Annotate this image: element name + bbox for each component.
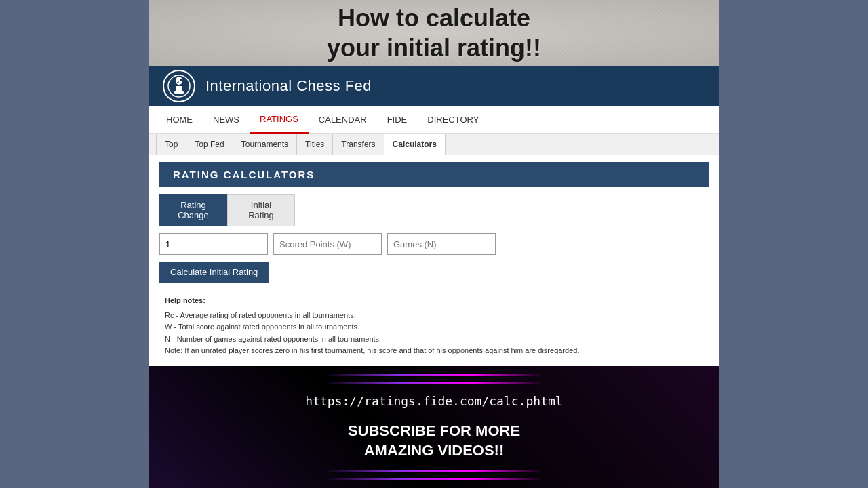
fide-logo: [163, 70, 195, 102]
deco-line-4: [251, 478, 617, 480]
help-title: Help notes:: [165, 295, 703, 307]
center-panel: How to calculate your initial rating!! I…: [149, 0, 719, 488]
svg-point-4: [180, 79, 182, 81]
scored-points-input[interactable]: [273, 233, 382, 255]
tab-rating-change-line1: Rating: [180, 200, 206, 210]
sub-nav-titles[interactable]: Titles: [297, 134, 333, 155]
url-display: https://ratings.fide.com/calc.phtml: [305, 394, 562, 408]
help-notes: Help notes: Rc - Average rating of rated…: [159, 289, 709, 363]
main-nav: HOME NEWS RATINGS CALENDAR FIDE DIRECTOR…: [149, 106, 719, 134]
main-content: RATING CALCULATORS Rating Change Initial…: [149, 155, 719, 366]
sub-nav-top[interactable]: Top: [156, 134, 186, 155]
fide-header: International Chess Fed: [149, 66, 719, 106]
svg-rect-2: [176, 86, 182, 92]
tab-rating-change-line2: Change: [178, 210, 209, 220]
help-line-4: Note: If an unrated player scores zero i…: [165, 345, 703, 357]
org-name: International Chess Fed: [205, 77, 372, 95]
sub-nav-calculators[interactable]: Calculators: [384, 134, 446, 155]
calculate-button[interactable]: Calculate Initial Rating: [159, 262, 269, 283]
section-header: RATING CALCULATORS: [159, 162, 709, 187]
tab-initial-rating-line1: Initial: [251, 200, 271, 210]
games-input[interactable]: [387, 233, 496, 255]
nav-directory[interactable]: DIRECTORY: [417, 106, 489, 134]
help-line-2: W - Total score against rated opponents …: [165, 321, 703, 333]
svg-rect-3: [174, 92, 184, 94]
sub-nav-tournaments[interactable]: Tournaments: [233, 134, 297, 155]
sub-nav-transfers[interactable]: Transfers: [333, 134, 384, 155]
nav-calendar[interactable]: CALENDAR: [309, 106, 377, 134]
fide-logo-svg: [167, 74, 191, 98]
tab-rating-change[interactable]: Rating Change: [159, 194, 227, 226]
calc-tabs: Rating Change Initial Rating: [159, 194, 709, 226]
sub-nav-top-fed[interactable]: Top Fed: [186, 134, 233, 155]
sub-nav: Top Top Fed Tournaments Titles Transfers…: [149, 134, 719, 155]
nav-home[interactable]: HOME: [156, 106, 203, 134]
help-line-1: Rc - Average rating of rated opponents i…: [165, 310, 703, 322]
right-side-panel: [719, 0, 868, 488]
calc-form: [159, 233, 709, 255]
thumbnail-header: How to calculate your initial rating!!: [149, 0, 719, 66]
tab-initial-rating[interactable]: Initial Rating: [227, 194, 295, 226]
help-line-3: N - Number of games against rated oppone…: [165, 333, 703, 346]
thumbnail-title: How to calculate your initial rating!!: [327, 3, 541, 62]
nav-ratings[interactable]: RATINGS: [250, 106, 309, 134]
deco-line-3: [251, 470, 617, 472]
title-line1: How to calculate: [338, 4, 530, 32]
subscribe-line2: AMAZING VIDEOS!!: [348, 441, 520, 461]
bottom-deco-lines: [149, 468, 719, 481]
top-deco-lines: [149, 373, 719, 386]
nav-fide[interactable]: FIDE: [377, 106, 418, 134]
title-line2: your initial rating!!: [327, 34, 541, 62]
left-side-panel: [0, 0, 149, 488]
subscribe-text: SUBSCRIBE FOR MORE AMAZING VIDEOS!!: [348, 422, 520, 460]
rc-input[interactable]: [159, 233, 268, 255]
fide-website: International Chess Fed HOME NEWS RATING…: [149, 66, 719, 488]
subscribe-line1: SUBSCRIBE FOR MORE: [348, 422, 520, 441]
deco-line-1: [251, 374, 617, 376]
deco-line-2: [251, 382, 617, 384]
bottom-section: https://ratings.fide.com/calc.phtml SUBS…: [149, 366, 719, 488]
nav-news[interactable]: NEWS: [203, 106, 250, 134]
tab-initial-rating-line2: Rating: [248, 210, 274, 220]
